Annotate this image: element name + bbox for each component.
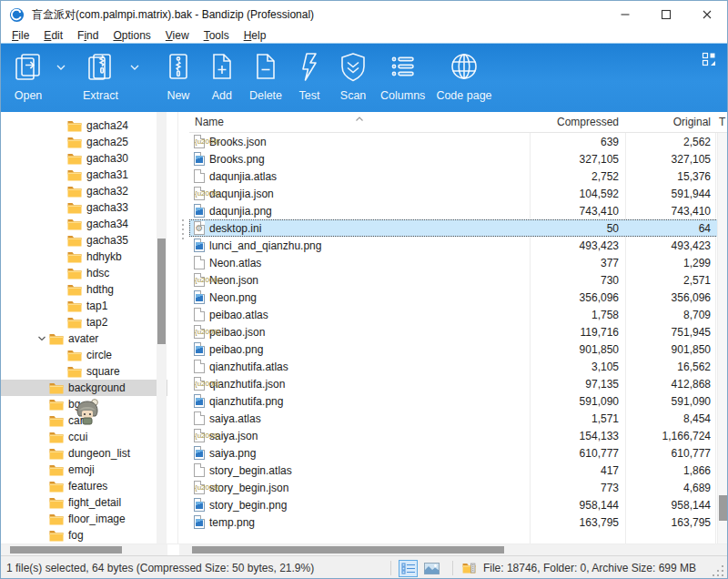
pane-splitter[interactable] <box>177 112 189 543</box>
toolbar-extract-button[interactable]: Extract <box>77 50 124 102</box>
details-view-button[interactable] <box>399 560 418 577</box>
toolbar-open-button[interactable]: Open <box>6 50 50 102</box>
tree-item-gacha24[interactable]: gacha24 <box>1 117 167 134</box>
file-row-Neon.atlas[interactable]: Neon.atlas3771,299A <box>189 254 727 271</box>
folder-label: avater <box>68 332 98 345</box>
resize-grip[interactable] <box>712 564 724 577</box>
file-row-lunci_and_qianzhu.png[interactable]: lunci_and_qianzhu.png493,423493,423P <box>189 237 727 254</box>
toolbar-new-button[interactable]: New <box>157 50 200 102</box>
tree-item-dungeon_list[interactable]: dungeon_list <box>1 445 167 462</box>
toolbar-open-dropdown[interactable] <box>50 50 72 85</box>
file-row-story_begin.atlas[interactable]: story_begin.atlas4171,866A <box>189 462 727 479</box>
tree-item-gacha32[interactable]: gacha32 <box>1 183 167 199</box>
toolbar-delete-label: Delete <box>249 89 282 102</box>
file-name: saiya.atlas <box>209 412 261 425</box>
menu-options[interactable]: Options <box>106 29 157 42</box>
toolbar-group-open: Open <box>6 50 76 102</box>
menu-tools[interactable]: Tools <box>197 29 237 42</box>
toolbar-delete-button[interactable]: Delete <box>244 50 288 102</box>
chevron-expanded-icon[interactable] <box>35 335 49 342</box>
toolbar-codepage-button[interactable]: Code page <box>430 50 497 102</box>
menu-help[interactable]: Help <box>237 29 274 42</box>
tree-item-gacha33[interactable]: gacha33 <box>1 199 167 216</box>
folder-icon <box>67 350 82 361</box>
column-header-type[interactable]: T <box>715 116 727 128</box>
file-row-temp.png[interactable]: temp.png163,795163,795P <box>189 513 727 531</box>
file-list-vertical-scrollbar[interactable] <box>717 133 727 543</box>
scrollbar-thumb[interactable] <box>192 546 504 554</box>
menu-find[interactable]: Find <box>70 29 106 42</box>
sidebar-vertical-scrollbar[interactable] <box>157 112 167 543</box>
scrollbar-thumb[interactable] <box>10 546 122 554</box>
column-header-compressed[interactable]: Compressed <box>530 116 625 128</box>
toolbar-add-button[interactable]: Add <box>200 50 244 102</box>
file-row-daqunjia.json[interactable]: daqunjia.json104,592591,944J <box>189 185 727 202</box>
tree-item-background[interactable]: background <box>1 380 167 396</box>
file-list-horizontal-scrollbar[interactable] <box>179 544 727 555</box>
menu-file[interactable]: File <box>5 29 36 42</box>
toolbar-extract-dropdown[interactable] <box>124 50 146 85</box>
tree-item-hdhykb[interactable]: hdhykb <box>1 249 167 265</box>
file-row-saiya.png[interactable]: saiya.png610,777610,777P <box>189 444 727 462</box>
title-bar[interactable]: 盲盒派对(com.palmpi.matrix).bak - Bandizip (… <box>1 1 727 28</box>
tree-item-avater[interactable]: avater <box>1 330 167 347</box>
tree-item-fight_detail[interactable]: fight_detail <box>1 494 167 511</box>
column-header-original[interactable]: Original <box>625 116 715 128</box>
tree-item-floor_image[interactable]: floor_image <box>1 511 167 527</box>
tree-item-square[interactable]: square <box>1 363 167 380</box>
file-row-Neon.json[interactable]: Neon.json7302,571J <box>189 271 727 289</box>
toolbar-columns-button[interactable]: Columns <box>375 50 430 102</box>
tree-item-hdthg[interactable]: hdthg <box>1 281 167 298</box>
tree-item-gacha31[interactable]: gacha31 <box>1 167 167 183</box>
tree-item-tap1[interactable]: tap1 <box>1 298 167 314</box>
file-row-Brooks.png[interactable]: Brooks.png327,105327,105P <box>189 150 727 168</box>
file-row-qianzhutifa.png[interactable]: qianzhutifa.png591,090591,090P <box>189 392 727 410</box>
menu-edit[interactable]: Edit <box>36 29 70 42</box>
file-row-desktop.ini[interactable]: desktop.ini5064C <box>189 219 727 237</box>
compressed-size: 154,133 <box>530 430 625 442</box>
file-row-peibao.atlas[interactable]: peibao.atlas1,7588,709A <box>189 306 727 323</box>
file-row-daqunjia.png[interactable]: daqunjia.png743,410743,410P <box>189 202 727 219</box>
toolbar-scan-button[interactable]: Scan <box>331 50 375 102</box>
file-row-peibao.png[interactable]: peibao.png901,850901,850P <box>189 340 727 358</box>
tree-item-emoji[interactable]: emoji <box>1 462 167 478</box>
tree-item-circle[interactable]: circle <box>1 347 167 363</box>
tree-item-features[interactable]: features <box>1 478 167 494</box>
file-row-saiya.atlas[interactable]: saiya.atlas1,5718,454A <box>189 410 727 427</box>
toolbar-test-button[interactable]: Test <box>288 50 331 102</box>
tree-item-hdsc[interactable]: hdsc <box>1 265 167 281</box>
tree-item-gacha35[interactable]: gacha35 <box>1 232 167 249</box>
tree-item-fog[interactable]: fog <box>1 527 167 543</box>
open-folder-button[interactable] <box>460 560 480 577</box>
tree-item-ccui[interactable]: ccui <box>1 429 167 445</box>
scrollbar-thumb[interactable] <box>719 495 727 521</box>
minimize-button[interactable] <box>604 1 645 28</box>
file-row-story_begin.json[interactable]: story_begin.json7734,689J <box>189 479 727 496</box>
file-row-saiya.json[interactable]: saiya.json154,1331,166,724J <box>189 427 727 444</box>
file-row-Neon.png[interactable]: Neon.png356,096356,096P <box>189 289 727 306</box>
file-name: qianzhutifa.atlas <box>209 361 288 373</box>
file-row-qianzhutifa.json[interactable]: qianzhutifa.json97,135412,868J <box>189 375 727 392</box>
tree-item-tap2[interactable]: tap2 <box>1 314 167 330</box>
file-row-daqunjia.atlas[interactable]: daqunjia.atlas2,75215,376A <box>189 168 727 185</box>
maximize-button[interactable] <box>645 1 686 28</box>
folder-icon <box>49 481 64 493</box>
toolbar-layout-grid-icon[interactable] <box>702 52 716 66</box>
file-row-Brooks.json[interactable]: Brooks.json6392,562J <box>189 133 727 150</box>
file-row-qianzhutifa.atlas[interactable]: qianzhutifa.atlas3,10516,562A <box>189 358 727 375</box>
tree-item-gacha30[interactable]: gacha30 <box>1 150 167 167</box>
tree-item-gacha34[interactable]: gacha34 <box>1 216 167 232</box>
folder-label: gacha24 <box>86 119 128 132</box>
file-row-peibao.json[interactable]: peibao.json119,716751,945J <box>189 323 727 340</box>
menu-view[interactable]: View <box>158 29 197 42</box>
file-name: qianzhutifa.png <box>209 395 283 408</box>
preview-view-button[interactable] <box>421 560 440 577</box>
file-name: Neon.png <box>209 291 257 304</box>
file-row-story_begin.png[interactable]: story_begin.png958,144958,144P <box>189 496 727 513</box>
close-button[interactable] <box>686 1 727 28</box>
file-list-pane: Name Compressed Original T Brooks.json63… <box>189 112 727 543</box>
tree-item-gacha25[interactable]: gacha25 <box>1 134 167 150</box>
scrollbar-thumb[interactable] <box>157 239 166 344</box>
folder-icon <box>67 251 82 263</box>
sidebar-horizontal-scrollbar[interactable] <box>1 544 167 555</box>
